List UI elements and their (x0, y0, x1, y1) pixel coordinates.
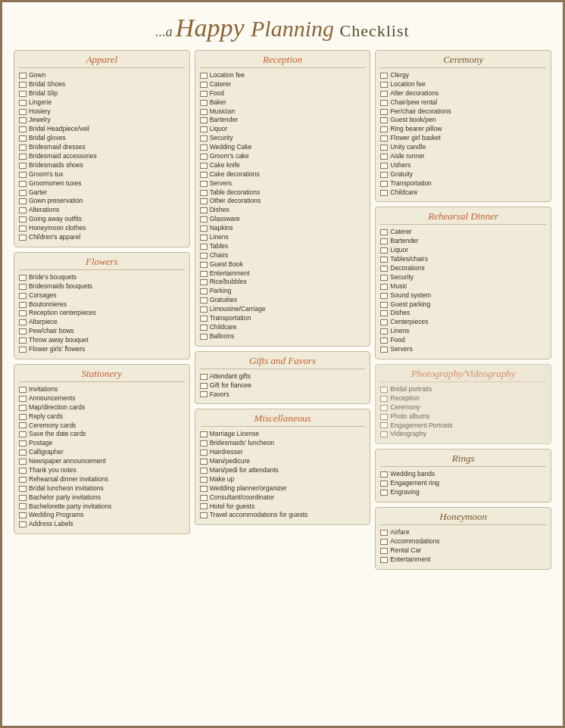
checkbox[interactable] (19, 73, 27, 79)
checkbox[interactable] (200, 468, 208, 474)
checkbox[interactable] (19, 91, 27, 97)
list-item[interactable]: Linens (200, 233, 366, 242)
list-item[interactable]: Corsages (19, 291, 185, 300)
checkbox[interactable] (200, 450, 208, 456)
list-item[interactable]: Videography (380, 430, 546, 439)
list-item[interactable]: Postage (19, 439, 185, 448)
checkbox[interactable] (19, 414, 27, 420)
list-item[interactable]: Bridal Slip (19, 89, 185, 98)
list-item[interactable]: Engagement Portraits (380, 422, 546, 431)
list-item[interactable]: Going away outfits (19, 215, 185, 224)
checkbox[interactable] (19, 328, 27, 334)
list-item[interactable]: Parking (200, 287, 366, 296)
checkbox[interactable] (380, 530, 388, 536)
checkbox[interactable] (200, 288, 208, 294)
checkbox[interactable] (380, 548, 388, 554)
list-item[interactable]: Transportation (200, 314, 366, 323)
list-item[interactable]: Marriage License (200, 430, 366, 439)
list-item[interactable]: Aisle runner (380, 152, 546, 161)
checkbox[interactable] (19, 387, 27, 393)
checkbox[interactable] (19, 293, 27, 299)
checkbox[interactable] (19, 477, 27, 483)
checkbox[interactable] (19, 338, 27, 344)
list-item[interactable]: Guest parking (380, 300, 546, 310)
checkbox[interactable] (200, 440, 208, 446)
list-item[interactable]: Bridesmaids' luncheon (200, 439, 366, 448)
checkbox[interactable] (19, 440, 27, 446)
list-item[interactable]: Servers (200, 179, 366, 188)
list-item[interactable]: Honeymoon clothes (19, 224, 185, 233)
list-item[interactable]: Location fee (380, 80, 546, 89)
checkbox[interactable] (19, 126, 27, 132)
checkbox[interactable] (200, 135, 208, 142)
checkbox[interactable] (380, 172, 388, 178)
checkbox[interactable] (19, 431, 27, 437)
list-item[interactable]: Hotel for guests (200, 502, 366, 512)
checkbox[interactable] (200, 190, 208, 196)
list-item[interactable]: Gown preservation (19, 197, 185, 206)
list-item[interactable]: Caterer (380, 228, 546, 237)
checkbox[interactable] (200, 117, 208, 123)
list-item[interactable]: Rice/bubbles (200, 278, 366, 287)
checkbox[interactable] (19, 198, 27, 204)
checkbox[interactable] (19, 82, 27, 88)
list-item[interactable]: Garter (19, 188, 185, 198)
checkbox[interactable] (380, 247, 388, 254)
checkbox[interactable] (200, 486, 208, 492)
checkbox[interactable] (380, 422, 388, 428)
list-item[interactable]: Clergy (380, 71, 546, 80)
checkbox[interactable] (200, 279, 208, 285)
checkbox[interactable] (200, 495, 208, 501)
checkbox[interactable] (380, 293, 388, 299)
checkbox[interactable] (19, 486, 27, 492)
checkbox[interactable] (200, 325, 208, 331)
checkbox[interactable] (19, 495, 27, 501)
checkbox[interactable] (380, 490, 388, 496)
checkbox[interactable] (380, 109, 388, 115)
checkbox[interactable] (200, 316, 208, 322)
list-item[interactable]: Food (200, 89, 366, 98)
list-item[interactable]: Map/direction cards (19, 403, 185, 412)
list-item[interactable]: Unity candle (380, 143, 546, 152)
checkbox[interactable] (200, 306, 208, 313)
checkbox[interactable] (19, 405, 27, 411)
list-item[interactable]: Gown (19, 71, 185, 80)
list-item[interactable]: Chair/pew rental (380, 98, 546, 107)
checkbox[interactable] (19, 459, 27, 465)
checkbox[interactable] (380, 238, 388, 244)
checkbox[interactable] (200, 334, 208, 340)
list-item[interactable]: Dishes (380, 309, 546, 318)
checkbox[interactable] (380, 135, 388, 142)
list-item[interactable]: Accommodations (380, 537, 546, 546)
checkbox[interactable] (19, 117, 27, 123)
checkbox[interactable] (200, 163, 208, 169)
checkbox[interactable] (19, 100, 27, 106)
list-item[interactable]: Attendant gifts (200, 372, 366, 381)
list-item[interactable]: Rental Car (380, 546, 546, 555)
list-item[interactable]: Limousine/Carriage (200, 305, 366, 314)
list-item[interactable]: Groom's cake (200, 152, 366, 161)
checkbox[interactable] (380, 154, 388, 160)
checkbox[interactable] (19, 396, 27, 402)
list-item[interactable]: Dishes (200, 206, 366, 215)
list-item[interactable]: Childcare (200, 323, 366, 332)
checkbox[interactable] (200, 262, 208, 268)
list-item[interactable]: Bridal luncheon invitations (19, 484, 185, 493)
checkbox[interactable] (380, 73, 388, 79)
checkbox[interactable] (380, 557, 388, 563)
checkbox[interactable] (380, 319, 388, 325)
list-item[interactable]: Wedding planner/organizer (200, 484, 366, 493)
list-item[interactable]: Bachelor party invitations (19, 493, 185, 502)
checkbox[interactable] (19, 450, 27, 456)
list-item[interactable]: Sound system (380, 291, 546, 300)
list-item[interactable]: Liquor (200, 125, 366, 134)
checkbox[interactable] (200, 91, 208, 97)
list-item[interactable]: Bridal Headpiece/veil (19, 125, 185, 134)
list-item[interactable]: Security (200, 134, 366, 143)
checkbox[interactable] (380, 338, 388, 344)
list-item[interactable]: Bridesmaids shoes (19, 161, 185, 170)
list-item[interactable]: Ceremony (380, 403, 546, 412)
list-item[interactable]: Save the date cards (19, 430, 185, 439)
checkbox[interactable] (200, 297, 208, 303)
checkbox[interactable] (19, 512, 27, 518)
